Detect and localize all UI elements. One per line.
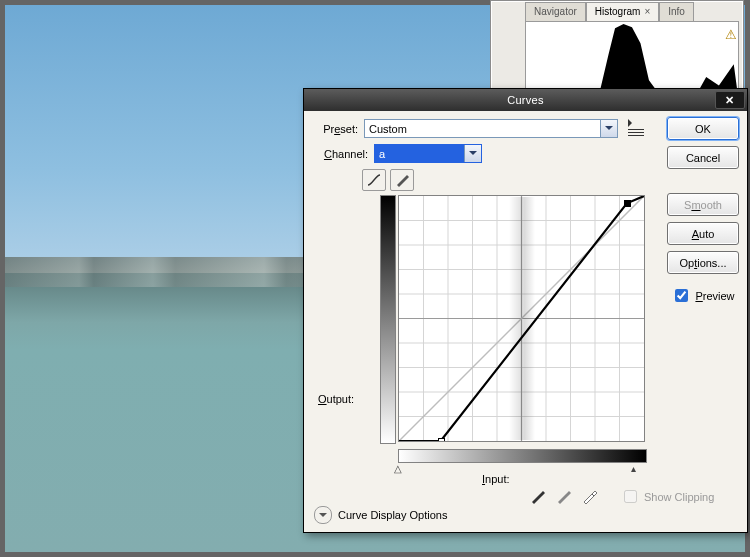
- pencil-tool-button[interactable]: [390, 169, 414, 191]
- options-label: Options...: [679, 257, 726, 269]
- preset-menu-icon[interactable]: [628, 120, 644, 138]
- preset-label: Preset:: [314, 123, 364, 135]
- curves-dialog: Curves ✕ Preset: Custom Channel:: [303, 88, 748, 533]
- expand-display-options-button[interactable]: [314, 506, 332, 524]
- tab-histogram[interactable]: Histogram×: [586, 2, 659, 21]
- options-button[interactable]: Options...: [667, 251, 739, 274]
- white-point-slider[interactable]: ▴: [631, 463, 636, 474]
- curve-tool-button[interactable]: [362, 169, 386, 191]
- output-label: Output:: [318, 393, 354, 405]
- preset-combo[interactable]: Custom: [364, 119, 618, 138]
- channel-label: Channel:: [314, 148, 374, 160]
- input-label: Input:: [482, 473, 510, 485]
- show-clipping-label: Show Clipping: [644, 491, 714, 503]
- tab-label: Histogram: [595, 6, 641, 17]
- eyedropper-black-icon[interactable]: [529, 487, 547, 505]
- close-button[interactable]: ✕: [715, 91, 745, 109]
- curve-icon: [366, 173, 382, 187]
- histogram-graph: [526, 22, 738, 96]
- ok-label: OK: [695, 123, 711, 135]
- tab-label: Navigator: [534, 6, 577, 17]
- close-tab-icon[interactable]: ×: [640, 6, 650, 17]
- smooth-button[interactable]: Smooth: [667, 193, 739, 216]
- curve-point-shadow[interactable]: [438, 438, 445, 442]
- preset-value: Custom: [369, 123, 407, 135]
- eyedropper-gray-icon[interactable]: [555, 487, 573, 505]
- auto-button[interactable]: Auto: [667, 222, 739, 245]
- chevron-down-icon[interactable]: [600, 120, 617, 137]
- tab-info[interactable]: Info: [659, 2, 694, 21]
- channel-value: a: [379, 148, 385, 160]
- ok-button[interactable]: OK: [667, 117, 739, 140]
- smooth-label: Smooth: [684, 199, 722, 211]
- warning-icon[interactable]: ⚠: [725, 27, 737, 42]
- curves-graph[interactable]: △ ▴: [398, 195, 645, 442]
- channel-combo[interactable]: a: [374, 144, 482, 163]
- dialog-title: Curves: [507, 94, 544, 106]
- pencil-icon: [395, 173, 409, 187]
- curve-display-options-label: Curve Display Options: [338, 509, 447, 521]
- cancel-button[interactable]: Cancel: [667, 146, 739, 169]
- preview-input[interactable]: [675, 289, 688, 302]
- cancel-label: Cancel: [686, 152, 720, 164]
- tab-navigator[interactable]: Navigator: [525, 2, 586, 21]
- show-clipping-input[interactable]: [624, 490, 637, 503]
- curve-point-highlight[interactable]: [624, 200, 631, 207]
- palettes-panel: Navigator Histogram× Info ⚠: [490, 0, 744, 102]
- auto-label: Auto: [692, 228, 715, 240]
- chevron-down-icon[interactable]: [464, 145, 481, 162]
- tab-label: Info: [668, 6, 685, 17]
- curve-grid[interactable]: [398, 195, 645, 442]
- eyedropper-white-icon[interactable]: [581, 487, 599, 505]
- input-gradient: [398, 449, 647, 463]
- black-point-slider[interactable]: △: [394, 463, 402, 474]
- preview-label: Preview: [695, 290, 734, 302]
- histogram-body: [525, 21, 739, 97]
- curve-background-histogram: [509, 197, 535, 440]
- preview-checkbox[interactable]: Preview: [671, 286, 734, 305]
- eyedropper-group: [529, 487, 599, 505]
- output-gradient: [380, 195, 396, 444]
- dialog-titlebar[interactable]: Curves ✕: [304, 89, 747, 111]
- show-clipping-checkbox[interactable]: Show Clipping: [620, 487, 714, 506]
